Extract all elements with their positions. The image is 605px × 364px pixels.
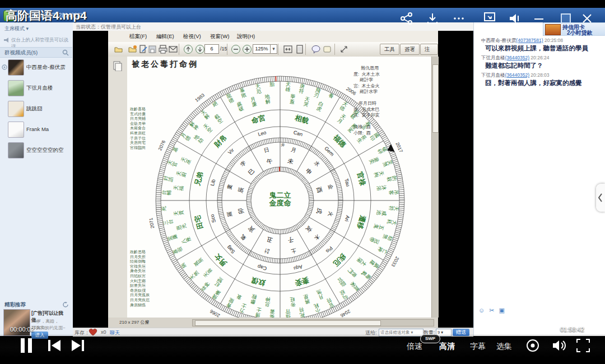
- chat-panel: 持信用卡 2小时贷款 中西星命-蔡伏雳(407387581) 20:25:08可…: [473, 22, 605, 336]
- avatar: [8, 80, 24, 96]
- pdf-sign-button[interactable]: 簽署: [400, 44, 420, 55]
- svg-text:男女: 男女: [213, 252, 229, 268]
- zoom-out-icon[interactable]: [231, 44, 241, 54]
- zoom-level-input[interactable]: 125%: [253, 44, 271, 54]
- message-meta: 下弦月血楼(36440352) 20:28:03: [481, 72, 549, 79]
- subtitle-button[interactable]: 字幕: [470, 342, 486, 352]
- svg-text:官祿: 官祿: [356, 170, 367, 186]
- svg-text:2071: 2071: [148, 217, 155, 229]
- frame-icon[interactable]: [559, 12, 573, 25]
- svg-text:地劫: 地劫: [192, 134, 204, 145]
- print-icon[interactable]: [158, 44, 168, 54]
- svg-text:婁: 婁: [226, 184, 233, 190]
- player-top-icons: [392, 10, 605, 26]
- user-id-link[interactable]: (407387581): [516, 38, 543, 43]
- volume-icon[interactable]: [551, 338, 567, 353]
- svg-text:歲建: 歲建: [369, 259, 380, 269]
- member-row[interactable]: 中西星命-蔡伏雳: [0, 57, 72, 78]
- expand-toolbar-icon[interactable]: [339, 44, 349, 54]
- loan-ad-image: [545, 24, 561, 35]
- episodes-button[interactable]: 选集: [496, 342, 512, 352]
- screenshot-icon[interactable]: [483, 11, 497, 26]
- save-icon[interactable]: [147, 44, 157, 54]
- pdf-status-row: 210 x 297 公釐: [108, 318, 438, 328]
- highlight-icon[interactable]: [322, 44, 332, 54]
- member-row[interactable]: 下弦月血楼: [0, 78, 72, 99]
- scissors-icon[interactable]: ✂: [489, 307, 499, 314]
- mute-icon[interactable]: [508, 12, 522, 25]
- chat-toolbar: ☺✂▣: [478, 307, 509, 314]
- page-up-icon[interactable]: [183, 44, 193, 54]
- search-icon[interactable]: [62, 49, 69, 56]
- page-number-input[interactable]: 6: [204, 44, 219, 54]
- quality-button[interactable]: 高清: [439, 342, 455, 352]
- message-meta: 中西星命-蔡伏雳(407387581) 20:25:08: [481, 38, 563, 44]
- pause-button[interactable]: [19, 337, 35, 354]
- comment-icon[interactable]: [311, 44, 321, 54]
- zoom-in-icon[interactable]: [242, 44, 252, 54]
- svg-text:天福: 天福: [173, 185, 184, 191]
- svg-text:天貴: 天貴: [173, 209, 184, 216]
- pdf-tools-button[interactable]: 工具: [380, 44, 399, 55]
- menu-3[interactable]: 視窗(W): [210, 33, 229, 40]
- email-icon[interactable]: [168, 44, 178, 54]
- svg-text:Aqu: Aqu: [293, 264, 303, 272]
- user-id-link[interactable]: (36440352): [505, 72, 529, 78]
- menu-4[interactable]: 說明(H): [237, 33, 255, 40]
- emoticon-icon[interactable]: ☺: [478, 307, 489, 314]
- svg-text:胎: 胎: [269, 81, 275, 87]
- svg-text:天符: 天符: [388, 206, 399, 211]
- svg-text:遷移: 遷移: [356, 214, 367, 230]
- member-name: 中西星命-蔡伏雳: [26, 64, 66, 71]
- image-icon[interactable]: ▣: [499, 307, 509, 314]
- pages-panel-icon[interactable]: [113, 61, 123, 71]
- more-icon[interactable]: [452, 12, 466, 25]
- fit-page-icon[interactable]: [295, 44, 305, 54]
- prev-button[interactable]: [47, 339, 62, 352]
- open-icon[interactable]: [114, 44, 124, 54]
- record-icon[interactable]: [525, 338, 540, 353]
- minimize-icon[interactable]: [532, 13, 547, 24]
- pdf-horizontal-scrollbar[interactable]: [192, 319, 434, 326]
- svg-text:羅: 羅: [226, 211, 233, 217]
- svg-text:地解: 地解: [264, 94, 271, 105]
- pdf-vertical-scrollbar[interactable]: [431, 57, 439, 318]
- user-id-link[interactable]: (36440352): [505, 55, 529, 60]
- svg-text:月煞: 月煞: [315, 288, 325, 301]
- zoom-dropdown-arrow[interactable]: ▾: [270, 44, 277, 54]
- svg-text:氣: 氣: [239, 234, 247, 242]
- menu-0[interactable]: 檔案(F): [129, 33, 147, 40]
- svg-text:博士: 博士: [255, 306, 262, 318]
- member-row[interactable]: 空空空空空的空: [0, 140, 72, 161]
- svg-text:解神: 解神: [188, 120, 199, 131]
- pdf-comment-button[interactable]: 注釋: [420, 44, 438, 55]
- avatar: [8, 59, 24, 76]
- svg-text:命宮: 命宮: [250, 114, 266, 125]
- svg-text:Tau: Tau: [343, 178, 351, 188]
- svg-text:辰: 辰: [236, 186, 244, 194]
- svg-text:病: 病: [180, 262, 187, 269]
- svg-text:咸池: 咸池: [376, 209, 387, 216]
- svg-text:Gem: Gem: [323, 146, 335, 157]
- share-icon[interactable]: [400, 12, 413, 25]
- pdf-menubar: 檔案(F)編輯(E)檢視(V)視窗(W)說明(H): [108, 31, 438, 43]
- menu-1[interactable]: 編輯(E): [156, 33, 174, 40]
- page-down-icon[interactable]: [195, 44, 205, 54]
- download-icon[interactable]: [426, 12, 439, 25]
- fullscreen-icon[interactable]: [576, 338, 590, 353]
- svg-text:井: 井: [281, 143, 285, 147]
- fit-width-icon[interactable]: [283, 44, 293, 54]
- menu-2[interactable]: 檢視(V): [183, 33, 201, 40]
- next-button[interactable]: [71, 339, 85, 352]
- speed-button[interactable]: 倍速: [407, 342, 422, 352]
- close-icon[interactable]: [580, 12, 594, 25]
- chair-mode-dropdown[interactable]: 主席模式 ▾: [4, 25, 29, 32]
- refresh-icon[interactable]: [63, 302, 69, 308]
- open-recent-icon[interactable]: [128, 44, 138, 54]
- member-row[interactable]: Frank Ma: [0, 119, 72, 140]
- svg-text:Sco: Sco: [209, 213, 217, 223]
- playlist-toggle-tab[interactable]: [596, 184, 605, 212]
- room-status-text: 当前状态：仅管理员可以上台: [76, 24, 141, 31]
- svg-text:土: 土: [290, 248, 297, 255]
- member-row[interactable]: 跳跳囧: [0, 99, 72, 119]
